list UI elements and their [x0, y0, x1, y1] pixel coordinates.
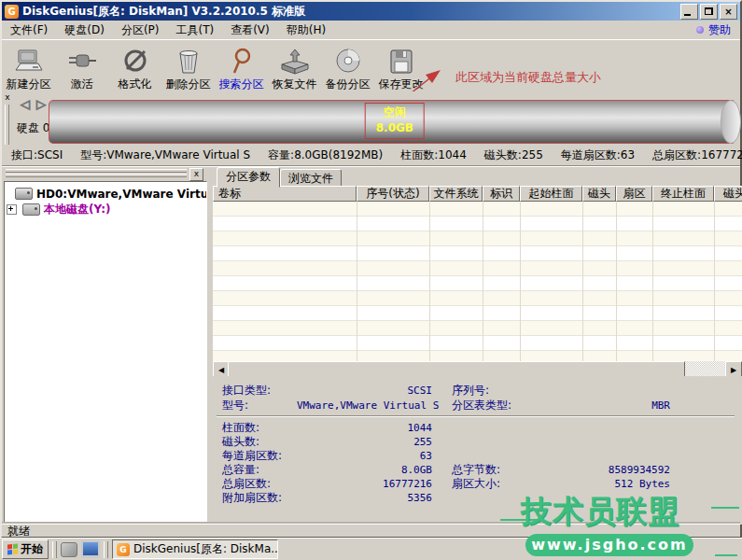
detail-row: 总容量: 8.0GB 总字节数: 8589934592 — [213, 463, 742, 477]
minimize-button[interactable] — [680, 4, 698, 20]
tree-panel-gripper[interactable] — [6, 169, 187, 173]
backup-partition-button[interactable]: 备份分区 — [321, 42, 374, 91]
disk-tree-panel: x HD0:VMware,VMware Virtual 本地磁盘(Y:) — [2, 167, 209, 525]
column-header-end-cylinder[interactable]: 终止柱面 — [652, 186, 714, 202]
toolbar-label: 激活 — [71, 77, 93, 91]
taskbar-separator — [104, 541, 108, 558]
horizontal-scrollbar[interactable]: ◀ ▶ — [213, 361, 742, 376]
restore-icon — [705, 7, 713, 15]
laptop-icon — [13, 46, 45, 76]
column-header-volume-label[interactable]: 卷标 — [213, 186, 357, 202]
table-grid-line — [714, 202, 715, 361]
menu-view[interactable]: 查看(V) — [222, 21, 278, 39]
tree-item-local-disk[interactable]: 本地磁盘(Y:) — [5, 202, 206, 217]
info-heads: 磁头数:255 — [484, 147, 543, 163]
menu-disk[interactable]: 硬盘(D) — [56, 21, 113, 39]
column-header-end-head[interactable]: 磁头 — [714, 186, 742, 202]
annotation-text: 此区域为当前硬盘总量大小 — [455, 69, 601, 86]
taskbar-task-button[interactable]: G DiskGenius[原名: DiskMa... — [112, 539, 278, 559]
toolbar-label: 备份分区 — [326, 77, 371, 91]
tree-panel-close-button[interactable]: x — [189, 168, 203, 181]
tree-item-hd0[interactable]: HD0:VMware,VMware Virtual — [5, 186, 206, 202]
column-header-filesystem[interactable]: 文件系统 — [429, 186, 483, 202]
info-model: 型号:VMware,VMware Virtual S — [80, 147, 250, 163]
column-header-id[interactable]: 标识 — [483, 186, 520, 202]
taskbar: 开始 G DiskGenius[原名: DiskMa... — [0, 538, 742, 560]
detail-label: 序列号: — [452, 384, 489, 398]
menu-help[interactable]: 帮助(H) — [278, 21, 334, 39]
app-icon: G — [117, 543, 130, 556]
sponsor-link[interactable]: 赞助 — [696, 22, 740, 38]
disk-details-panel: 接口类型: SCSI 序列号: 型号: VMware,VMware Virtua… — [213, 376, 742, 525]
menu-tools[interactable]: 工具(T) — [167, 21, 222, 39]
start-button[interactable]: 开始 — [2, 539, 49, 559]
table-grid-line — [520, 202, 521, 361]
detail-value: VMware,VMware Virtual S — [297, 399, 432, 413]
expand-plus-icon[interactable] — [7, 204, 17, 215]
free-space-text: 空闲 — [376, 105, 413, 120]
column-header-index-status[interactable]: 序号(状态) — [357, 186, 429, 202]
tab-partition-params[interactable]: 分区参数 — [217, 167, 280, 188]
disk-capacity-bar[interactable]: 空闲 8.0GB — [49, 100, 734, 144]
toolbar-label: 删除分区 — [166, 77, 211, 91]
box-arrow-up-icon — [278, 46, 312, 76]
detail-row: 柱面数: 1044 — [213, 421, 742, 435]
close-button[interactable]: × — [720, 4, 737, 20]
panel-gripper[interactable] — [5, 105, 9, 145]
hard-disk-icon — [15, 188, 33, 200]
detail-label: 总字节数: — [452, 463, 500, 477]
info-sectors-per-track: 每道扇区数:63 — [561, 147, 635, 163]
column-header-head[interactable]: 磁头 — [582, 186, 616, 202]
table-grid-line — [357, 202, 357, 361]
column-header-sector[interactable]: 扇区 — [616, 186, 652, 202]
disk-tree: HD0:VMware,VMware Virtual 本地磁盘(Y:) — [4, 181, 207, 523]
new-partition-button[interactable]: 新建分区 — [2, 42, 55, 91]
detail-value: 8589934592 — [530, 463, 670, 477]
table-grid-line — [616, 202, 617, 361]
info-total-sectors: 总扇区数:16777216 — [652, 147, 742, 163]
panel-close-icon[interactable]: x — [3, 93, 12, 103]
table-header: 卷标 序号(状态) 文件系统 标识 起始柱面 磁头 扇区 终止柱面 磁头 — [213, 186, 742, 202]
windows-logo-icon — [7, 543, 18, 554]
detail-row: 接口类型: SCSI 序列号: — [213, 384, 742, 398]
tab-browse-files[interactable]: 浏览文件 — [280, 169, 342, 187]
table-grid-line — [582, 202, 583, 361]
disk-info-bar: 接口:SCSI 型号:VMware,VMware Virtual S 容量:8.… — [2, 147, 740, 164]
tree-panel-gripper[interactable] — [6, 174, 187, 177]
detail-label: 每道扇区数: — [222, 449, 282, 463]
menu-file[interactable]: 文件(F) — [2, 21, 56, 39]
taskbar-separator — [52, 541, 57, 558]
menu-partition[interactable]: 分区(P) — [113, 21, 168, 39]
detail-row: 总扇区数: 16777216 扇区大小: 512 Bytes — [213, 477, 742, 491]
table-grid-line — [652, 202, 653, 361]
detail-row: 附加扇区数: 5356 — [213, 491, 742, 505]
table-grid-line — [483, 202, 483, 361]
quick-launch-icon-1[interactable] — [61, 542, 77, 557]
toolbar-label: 格式化 — [119, 77, 152, 91]
column-header-start-cylinder[interactable]: 起始柱面 — [520, 186, 582, 202]
cylinder-end-cap — [721, 100, 741, 144]
restore-button[interactable] — [700, 4, 718, 20]
cd-icon — [332, 46, 364, 76]
next-disk-arrow[interactable]: ▷ — [36, 97, 46, 111]
task-label: DiskGenius[原名: DiskMa... — [133, 541, 278, 557]
search-partition-button[interactable]: 搜索分区 — [215, 42, 268, 91]
show-desktop-icon[interactable] — [81, 540, 100, 558]
status-text: 就绪 — [7, 525, 30, 538]
prev-disk-arrow[interactable]: ◁ — [21, 97, 30, 111]
format-button[interactable]: 格式化 — [108, 42, 161, 91]
detail-value: 255 — [297, 435, 432, 449]
detail-label: 总扇区数: — [222, 477, 271, 491]
detail-label: 分区表类型: — [452, 399, 511, 413]
tree-panel-header: x — [4, 168, 207, 179]
delete-partition-button[interactable]: 删除分区 — [161, 42, 215, 91]
app-icon: G — [5, 5, 19, 19]
info-cylinders: 柱面数:1044 — [400, 147, 467, 163]
partition-panel: 分区参数 浏览文件 卷标 序号(状态) 文件系统 标识 起始柱面 磁头 扇区 终… — [213, 167, 742, 525]
activate-button[interactable]: 激活 — [55, 42, 108, 91]
close-icon: × — [724, 7, 732, 17]
desktop: G DiskGenius[原名: DiskMan] V3.2.2010.5 标准… — [0, 0, 742, 560]
partition-table-body[interactable] — [213, 202, 742, 361]
detail-label: 型号: — [222, 399, 248, 413]
recover-files-button[interactable]: 恢复文件 — [268, 42, 321, 91]
